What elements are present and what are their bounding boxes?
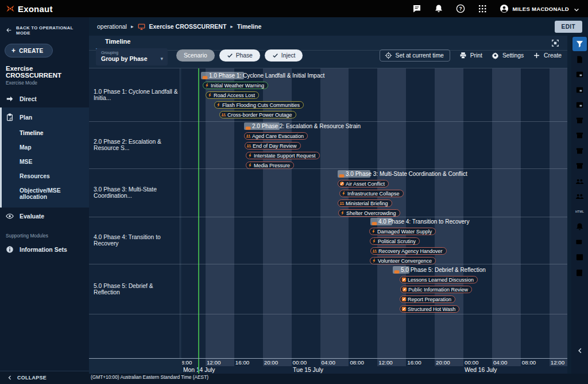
rail-tool-html11[interactable]: HTML — [572, 205, 587, 219]
phase-row-label: 1.0 Phase 1: Cyclone Landfall & Initia..… — [89, 68, 180, 121]
inject-item[interactable]: Air Asset Conflict — [338, 180, 389, 187]
rail-tool-people-gray10[interactable] — [572, 189, 587, 203]
sidebar-item-information-sets[interactable]: Information Sets — [0, 241, 89, 258]
inject-item[interactable]: End of Day Review — [245, 142, 301, 149]
breadcrumb-separator-icon: ▸ — [230, 24, 233, 29]
bolt-icon — [216, 102, 221, 107]
rail-tool-document1[interactable] — [572, 52, 587, 67]
time-axis-line — [89, 358, 567, 359]
rail-tool-card-check14[interactable] — [572, 250, 587, 264]
rail-tool-filter0[interactable] — [572, 37, 587, 51]
check-icon — [227, 52, 233, 59]
bolt-icon — [204, 83, 210, 88]
rail-tool-bell-gray12[interactable] — [572, 220, 587, 234]
breadcrumb-item[interactable]: Timeline — [237, 23, 261, 30]
block-icon — [339, 181, 345, 186]
grouping-select[interactable]: Grouping Group by Phase ▾ — [96, 48, 168, 66]
printer-icon — [459, 52, 467, 59]
sidebar-item-objective-mse-allocation[interactable]: Objective/MSE allocation — [0, 183, 89, 204]
time-tick-label: 16:00 — [235, 359, 250, 366]
breadcrumb-item[interactable]: operational — [97, 23, 127, 30]
breadcrumb-row: operational▸Exercise CROSSCURRENT▸Timeli… — [89, 17, 588, 36]
sidebar-collapse[interactable]: COLLAPSE — [0, 371, 89, 384]
rail-tool-archive7[interactable] — [572, 144, 587, 158]
inject-item[interactable]: Ministerial Briefing — [338, 199, 392, 207]
back-to-operational-mode[interactable]: BACK TO OPERATIONAL MODE — [0, 17, 89, 38]
user-menu[interactable]: MILES MACDONALD — [500, 4, 580, 13]
apps-icon[interactable] — [478, 4, 487, 13]
sidebar-item-direct[interactable]: Direct — [0, 90, 89, 107]
time-band — [550, 68, 567, 366]
inject-item[interactable]: Structured Hot Wash — [400, 305, 459, 313]
rail-collapse-chevron[interactable] — [571, 343, 588, 358]
bolt-icon — [341, 191, 346, 196]
clipboard-icon — [6, 113, 14, 121]
chat-icon[interactable] — [412, 4, 421, 13]
app-root: Exonaut ? MILES MACDONALD BACK TO OPERAT… — [0, 0, 588, 384]
sidebar-item-map[interactable]: Map — [0, 140, 89, 155]
rail-tool-archive6[interactable] — [572, 128, 587, 143]
rail-tool-mail-plus13[interactable] — [572, 235, 587, 249]
check-icon — [272, 52, 278, 59]
inject-item[interactable]: Damaged Water Supply — [369, 228, 436, 235]
rail-tool-pip2[interactable] — [572, 67, 587, 82]
sidebar-item-mse[interactable]: MSE — [0, 155, 89, 169]
bolt-icon — [247, 153, 253, 158]
target-icon — [385, 52, 392, 59]
phase-icon — [202, 72, 208, 78]
fullscreen-icon[interactable] — [551, 39, 559, 47]
inject-item[interactable]: Recovery Agency Handover — [370, 247, 447, 255]
sidebar-item-plan[interactable]: Plan — [0, 109, 89, 126]
edit-icon — [401, 306, 407, 312]
inject-item[interactable]: Road Access Lost — [206, 91, 259, 99]
phase-icon — [394, 267, 400, 272]
sidebar-item-resources[interactable]: Resources — [0, 169, 89, 183]
bolt-icon — [372, 258, 377, 263]
time-band — [492, 68, 521, 366]
chip-inject[interactable]: Inject — [265, 49, 303, 62]
chevron-left-icon — [577, 347, 583, 354]
bell-icon[interactable] — [434, 4, 443, 13]
sidebar-item-evaluate[interactable]: Evaluate — [0, 208, 89, 225]
edit-button[interactable]: EDIT — [555, 21, 582, 33]
action-settings[interactable]: Settings — [492, 52, 524, 59]
inject-item[interactable]: Public Information Review — [400, 286, 472, 293]
phase-title: 4.0 Phase 4: Transition to Recovery — [378, 218, 469, 225]
inject-label: Road Access Lost — [214, 93, 255, 98]
rail-tool-pip4[interactable] — [572, 98, 587, 112]
inject-item[interactable]: Lessons Learned Discussion — [400, 276, 478, 283]
create-button[interactable]: + CREATE — [5, 44, 53, 57]
people-icon — [339, 201, 345, 206]
inject-item[interactable]: Shelter Overcrowding — [338, 209, 400, 217]
rail-tool-archive5[interactable] — [572, 113, 587, 128]
inject-label: Ministerial Briefing — [346, 201, 388, 206]
inject-item[interactable]: Infrastructure Collapse — [339, 190, 404, 197]
action-set-at-current-time[interactable]: Set at current time — [380, 49, 450, 62]
arrow-left-icon — [6, 27, 12, 34]
chip-scenario[interactable]: Scenario — [176, 49, 215, 62]
inject-item[interactable]: Aged Care Evacuation — [244, 132, 308, 140]
sidebar-item-timeline[interactable]: Timeline — [0, 126, 89, 140]
inject-item[interactable]: Political Scrutiny — [370, 237, 420, 245]
inject-item[interactable]: Cross-border Power Outage — [219, 111, 296, 118]
inject-item[interactable]: Report Preparation — [400, 295, 455, 303]
inject-item[interactable]: Flash Flooding Cuts Communities — [214, 101, 304, 109]
rail-tool-archive8[interactable] — [572, 159, 587, 173]
inject-item[interactable]: Interstate Support Request — [246, 152, 320, 159]
time-tick-label: 12:00 — [207, 359, 221, 366]
inject-item[interactable]: Initial Weather Warning — [203, 82, 268, 89]
action-create[interactable]: Create — [533, 52, 562, 59]
edit-icon — [401, 297, 407, 302]
inject-label: Shelter Overcrowding — [346, 210, 396, 216]
phase-row-label: 5.0 Phase 5: Debrief & Reflection — [89, 264, 180, 314]
account-icon — [500, 4, 509, 13]
help-icon[interactable]: ? — [456, 4, 465, 13]
rail-tool-pip3[interactable] — [572, 83, 587, 97]
chip-phase[interactable]: Phase — [219, 49, 260, 62]
breadcrumb-item[interactable]: Exercise CROSSCURRENT — [149, 23, 227, 30]
rail-tool-people-gray9[interactable] — [572, 174, 587, 189]
svg-text:?: ? — [459, 6, 462, 11]
right-tool-rail: HTML — [571, 36, 588, 374]
rail-tool-book15[interactable] — [572, 266, 587, 280]
action-print[interactable]: Print — [459, 52, 482, 59]
